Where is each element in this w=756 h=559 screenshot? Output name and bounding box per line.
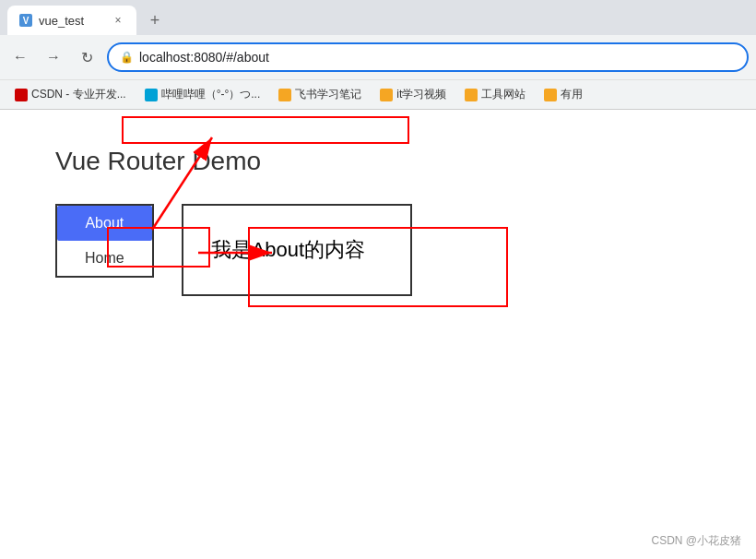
- bookmark-bilibili[interactable]: 哔哩哔哩（°-°）つ...: [137, 85, 268, 104]
- bookmark-bilibili-label: 哔哩哔哩（°-°）つ...: [161, 87, 261, 102]
- tab-bar: V vue_test × +: [0, 0, 756, 35]
- bookmark-tools[interactable]: 工具网站: [457, 85, 533, 104]
- tools-favicon: [465, 89, 478, 101]
- address-input-wrapper[interactable]: 🔒: [107, 42, 749, 72]
- tab-favicon: V: [18, 13, 33, 28]
- lock-icon: 🔒: [120, 51, 134, 64]
- bookmark-it-label: it学习视频: [396, 87, 446, 102]
- bookmark-tools-label: 工具网站: [481, 87, 526, 102]
- address-bar: ← → ↻ 🔒: [0, 35, 756, 79]
- address-input[interactable]: [139, 50, 736, 65]
- svg-rect-5: [123, 117, 408, 143]
- bilibili-favicon: [145, 89, 158, 101]
- main-layout: About Home 我是About的内容: [55, 204, 701, 296]
- bookmark-feishu[interactable]: 飞书学习笔记: [271, 85, 369, 104]
- page-title: Vue Router Demo: [55, 147, 701, 176]
- feishu-favicon: [278, 89, 291, 101]
- useful-favicon: [544, 89, 557, 101]
- bookmark-csdn-label: CSDN - 专业开发...: [31, 87, 126, 102]
- nav-panel: About Home: [55, 204, 154, 278]
- browser-chrome: V vue_test × + ← → ↻ 🔒 CSDN - 专业开发... 哔哩…: [0, 0, 756, 110]
- back-button[interactable]: ←: [7, 44, 33, 70]
- svg-text:V: V: [23, 16, 30, 26]
- it-favicon: [380, 89, 393, 101]
- bookmark-it[interactable]: it学习视频: [372, 85, 454, 104]
- about-content-text: 我是About的内容: [211, 236, 366, 264]
- bookmarks-bar: CSDN - 专业开发... 哔哩哔哩（°-°）つ... 飞书学习笔记 it学习…: [0, 79, 756, 109]
- bookmark-useful[interactable]: 有用: [537, 85, 590, 104]
- bookmark-feishu-label: 飞书学习笔记: [295, 87, 361, 102]
- watermark: CSDN @小花皮猪: [651, 533, 741, 549]
- tab-close-button[interactable]: ×: [111, 13, 125, 28]
- csdn-favicon: [15, 89, 28, 101]
- tab-title: vue_test: [39, 14, 103, 28]
- bookmark-useful-label: 有用: [561, 87, 583, 102]
- forward-button[interactable]: →: [41, 44, 66, 70]
- page-content: Vue Router Demo About Home 我是About的内容: [0, 110, 756, 559]
- about-content-panel: 我是About的内容: [182, 204, 412, 296]
- bookmark-csdn[interactable]: CSDN - 专业开发...: [7, 85, 134, 104]
- annotation-svg: [0, 110, 756, 559]
- about-nav-link[interactable]: About: [57, 206, 152, 241]
- home-nav-link[interactable]: Home: [57, 241, 152, 276]
- active-tab[interactable]: V vue_test ×: [7, 6, 136, 35]
- new-tab-button[interactable]: +: [142, 7, 168, 33]
- reload-button[interactable]: ↻: [74, 44, 100, 70]
